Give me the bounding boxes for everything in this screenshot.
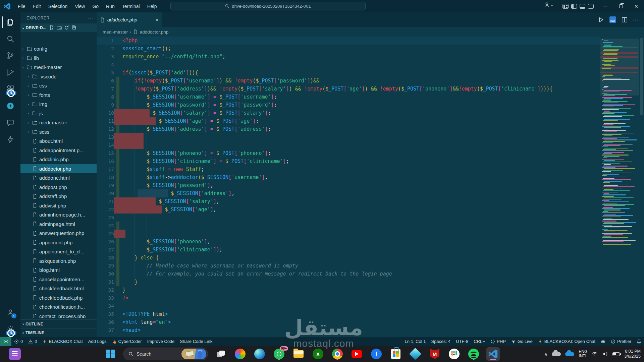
- tree-item-askquestion.php[interactable]: askquestion.php: [20, 256, 97, 266]
- microsoft-store-icon[interactable]: [389, 347, 402, 361]
- facebook-icon[interactable]: f: [370, 347, 383, 361]
- code-line-13[interactable]: 13: [97, 133, 600, 141]
- line-number[interactable]: 28: [97, 255, 114, 260]
- source-control-icon[interactable]: [2, 48, 18, 63]
- run-debug-icon[interactable]: [2, 65, 18, 80]
- code-line-22[interactable]: 22 $_SESSION['age'],: [97, 205, 600, 214]
- tray-overflow-icon[interactable]: ∧: [544, 352, 548, 357]
- code-line-28[interactable]: 28 } else {: [97, 254, 600, 262]
- line-number[interactable]: 16: [97, 159, 114, 164]
- command-center-search[interactable]: drive-download-20250209T162434Z-001: [170, 2, 366, 10]
- breadcrumb[interactable]: medi-master › adddoctor.php: [97, 27, 644, 37]
- menu-help[interactable]: Help: [144, 2, 160, 10]
- language-indicator[interactable]: ENGINTL: [579, 350, 587, 358]
- code-line-7[interactable]: 7 !empty($_POST['address'])&& !empty($_P…: [97, 85, 600, 93]
- code-line-36[interactable]: 36<html lang="en">: [97, 318, 600, 326]
- code-line-14[interactable]: 14: [97, 141, 600, 149]
- restore-button[interactable]: [613, 0, 629, 12]
- status-robot[interactable]: [598, 337, 608, 346]
- menu-terminal[interactable]: Terminal: [119, 2, 143, 10]
- run-code-icon[interactable]: [598, 17, 604, 23]
- tree-item-appointment-to-cl...[interactable]: appointment_to_cl...: [20, 247, 97, 256]
- menu-go[interactable]: Go: [89, 2, 102, 10]
- status-prettier[interactable]: Prettier: [608, 337, 634, 346]
- gem-app-icon[interactable]: [409, 347, 422, 361]
- status-0[interactable]: 0: [11, 337, 25, 346]
- clock[interactable]: 8:01 PM 3/6/2025: [624, 349, 641, 359]
- xbox-icon[interactable]: x: [311, 347, 325, 361]
- tree-item-checkfeedback.html[interactable]: checkfeedback.html: [20, 284, 97, 293]
- blackbox-lightning-icon[interactable]: [2, 132, 18, 147]
- onedrive-gray-cloud-icon[interactable]: [552, 352, 561, 356]
- tree-item-addstaff.php[interactable]: addstaff.php: [20, 192, 97, 201]
- chat-icon[interactable]: [2, 115, 18, 130]
- code-line-17[interactable]: 17 $staff = new Staff;: [97, 165, 600, 173]
- youtube-icon[interactable]: [350, 347, 364, 361]
- line-number[interactable]: 5: [97, 70, 114, 75]
- tree-item-js[interactable]: ›js: [20, 109, 97, 118]
- status-crlf[interactable]: CRLF: [471, 337, 488, 346]
- explorer-more-actions-icon[interactable]: ⋯: [88, 15, 93, 21]
- tree-item-cancelappointmen...[interactable]: cancelappointmen...: [20, 275, 97, 284]
- mcafee-icon[interactable]: M: [428, 347, 441, 361]
- code-line-23[interactable]: 23: [97, 214, 600, 222]
- whatsapp-icon[interactable]: 99+: [272, 347, 286, 361]
- split-editor-icon[interactable]: [622, 17, 628, 23]
- line-number[interactable]: 18: [97, 175, 114, 180]
- toggle-sidebar-icon[interactable]: [571, 4, 577, 9]
- line-number[interactable]: 13: [97, 134, 114, 140]
- line-number[interactable]: 34: [97, 303, 114, 309]
- code-line-12[interactable]: 12 $_SESSION['address'] = $_POST['addres…: [97, 125, 600, 133]
- python-extension-icon[interactable]: [2, 98, 18, 114]
- line-number[interactable]: 31: [97, 279, 114, 285]
- onedrive-blue-cloud-icon[interactable]: [565, 352, 574, 356]
- line-number[interactable]: 9: [97, 102, 114, 108]
- customize-layout-icon[interactable]: [562, 4, 569, 9]
- tree-item-medi-master[interactable]: ›medi-master: [20, 118, 97, 127]
- tree-item-addclinic.php[interactable]: addclinic.php: [20, 155, 97, 164]
- collapse-folders-icon[interactable]: [71, 25, 76, 30]
- new-folder-icon[interactable]: [57, 25, 62, 30]
- code-line-15[interactable]: 15 $_SESSION['phoneno'] = $_POST['phonen…: [97, 149, 600, 157]
- code-line-25[interactable]: 25: [97, 230, 600, 238]
- breadcrumb-file[interactable]: adddoctor.php: [140, 29, 169, 35]
- tree-item-adminhomepage.h...[interactable]: adminhomepage.h...: [20, 210, 97, 220]
- tab-adddoctor-php[interactable]: adddoctor.php ×: [97, 12, 162, 27]
- code-line-29[interactable]: 29 // Handle case where username or pass…: [97, 262, 600, 270]
- tree-item-medi-master[interactable]: ⌄medi-master: [20, 63, 97, 72]
- line-number[interactable]: 7: [97, 86, 114, 92]
- tree-item-.vscode[interactable]: ›.vscode: [20, 72, 97, 81]
- menu-file[interactable]: File: [15, 2, 29, 10]
- code-line-21[interactable]: 21 $_SESSION['salary'],: [97, 197, 600, 205]
- edge-icon[interactable]: [253, 347, 266, 361]
- volume-icon[interactable]: [602, 351, 608, 357]
- tree-item-lib[interactable]: ›lib: [20, 54, 97, 63]
- tree-item-about.html[interactable]: about.html: [20, 136, 97, 146]
- accounts-icon[interactable]: 1: [2, 305, 18, 320]
- tree-item-addappointment.p...[interactable]: addappointment.p...: [20, 146, 97, 155]
- tree-item-img[interactable]: ›img: [20, 100, 97, 109]
- close-button[interactable]: ×: [629, 0, 644, 12]
- settings-gear-icon[interactable]: [2, 321, 18, 337]
- line-number[interactable]: 33: [97, 295, 114, 301]
- start-button[interactable]: [104, 347, 117, 361]
- taskbar-search-box[interactable]: Search: [123, 348, 208, 360]
- line-number[interactable]: 24: [97, 223, 114, 228]
- code-line-8[interactable]: 8 $_SESSION['username'] = $_POST['userna…: [97, 93, 600, 101]
- vscode-icon[interactable]: [486, 347, 500, 361]
- code-line-20[interactable]: 20 $_SESSION['address'],: [97, 189, 600, 197]
- code-line-11[interactable]: 11 $_SESSION['age'] = $_POST['age'];: [97, 117, 600, 125]
- line-number[interactable]: 22: [97, 207, 114, 212]
- code-line-1[interactable]: 1<?php: [97, 37, 600, 45]
- line-number[interactable]: 25: [97, 231, 114, 236]
- run-php-icon[interactable]: PHP: [609, 16, 616, 23]
- line-number[interactable]: 26: [97, 239, 114, 244]
- scrollbar-thumb[interactable]: [640, 38, 643, 115]
- editor-scrollbar[interactable]: [639, 37, 644, 337]
- line-number[interactable]: 10: [97, 110, 114, 116]
- line-number[interactable]: 30: [97, 271, 114, 277]
- toggle-secondary-sidebar-icon[interactable]: [588, 4, 594, 9]
- line-number[interactable]: 4: [97, 62, 114, 67]
- line-number[interactable]: 37: [97, 327, 114, 333]
- status-blackboxai-open-chat[interactable]: BLACKBOXAI: Open Chat: [535, 337, 598, 346]
